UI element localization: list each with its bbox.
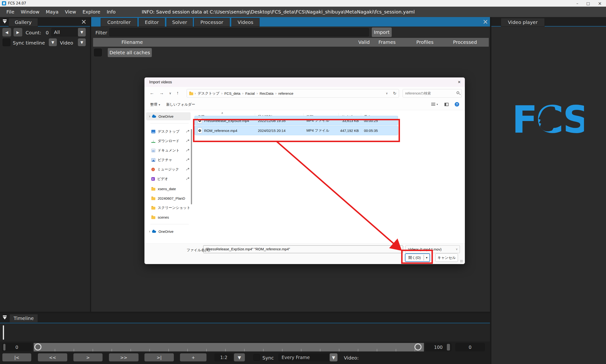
- menu-item-window[interactable]: Window: [21, 9, 39, 15]
- gallery-filter-dropdown-icon[interactable]: ▼: [78, 28, 86, 37]
- pictures-icon: [151, 158, 155, 162]
- panel-divider[interactable]: [490, 17, 491, 364]
- delete-all-caches-button[interactable]: Delete all caches: [108, 48, 152, 57]
- tab-solver[interactable]: Solver: [167, 18, 193, 26]
- gallery-next-button[interactable]: ▶: [13, 28, 22, 37]
- import-button[interactable]: Import: [372, 27, 392, 37]
- sidebar-folder-item[interactable]: 20240607_PlanD: [146, 194, 191, 202]
- sync-mode-select[interactable]: Every Frame: [278, 353, 330, 361]
- step-back-button[interactable]: <<: [38, 353, 67, 361]
- filename-field[interactable]: ∨: [203, 245, 403, 253]
- sidebar-folder-item[interactable]: scenes: [146, 213, 191, 221]
- file-type-select[interactable]: Videos (*.mp4;*.mov) ∨: [405, 245, 460, 253]
- sidebar-item[interactable]: ↓ダウンロード: [146, 137, 191, 145]
- timeline-end-field[interactable]: 100: [425, 343, 451, 351]
- chevron-right-icon[interactable]: ›: [149, 229, 150, 234]
- breadcrumb-segment[interactable]: デスクトップ: [198, 91, 219, 96]
- add-button[interactable]: +: [180, 353, 206, 361]
- file-row[interactable]: PressRelease_ExpSize.mp42022/12/08 19:35…: [195, 116, 398, 125]
- sidebar-item[interactable]: デスクトップ: [146, 127, 191, 135]
- tab-gallery[interactable]: Gallery: [9, 18, 38, 26]
- menu-item-maya[interactable]: Maya: [46, 9, 59, 15]
- sidebar-item[interactable]: ▶ビデオ: [146, 175, 191, 183]
- pin-icon: [187, 177, 189, 180]
- chevron-right-icon[interactable]: ›: [149, 114, 150, 118]
- menu-item-file[interactable]: File: [6, 9, 14, 15]
- sidebar-scrollbar[interactable]: [191, 129, 192, 204]
- delete-caches-checkbox[interactable]: [94, 49, 102, 56]
- menu-item-view[interactable]: View: [65, 9, 76, 15]
- range-start-handle[interactable]: [34, 343, 41, 351]
- resize-grip[interactable]: [460, 260, 463, 263]
- nav-back-icon[interactable]: ←: [150, 91, 154, 96]
- panel-divider[interactable]: [90, 17, 91, 312]
- preview-pane-icon[interactable]: [444, 103, 449, 106]
- close-button[interactable]: ×: [598, 1, 602, 6]
- help-icon[interactable]: ?: [455, 102, 459, 106]
- sidebar-item-onedrive-bottom[interactable]: ›OneDrive: [146, 227, 191, 235]
- gallery-filter-select[interactable]: All: [52, 28, 78, 37]
- timeline-current-field[interactable]: 0: [455, 343, 485, 351]
- open-dropdown-icon[interactable]: ▼: [424, 256, 430, 259]
- sidebar-item-onedrive[interactable]: ›OneDrive: [146, 112, 191, 120]
- timeline-start-field[interactable]: 0: [2, 343, 32, 351]
- step-select[interactable]: 1:2: [214, 353, 233, 361]
- go-end-button[interactable]: >|: [144, 353, 174, 361]
- sidebar-folder-item[interactable]: スクリーンショット: [146, 204, 191, 212]
- nav-recent-icon[interactable]: ∨: [169, 91, 171, 95]
- breadcrumb-dropdown-icon[interactable]: ∨: [386, 92, 388, 95]
- menu-item-info[interactable]: Info: [107, 9, 116, 15]
- nav-forward-icon[interactable]: →: [159, 91, 164, 96]
- sync-checkbox[interactable]: [253, 354, 260, 361]
- videos-close-icon[interactable]: ×: [483, 18, 488, 25]
- gallery-prev-button[interactable]: ◀: [2, 28, 11, 37]
- timeline-track[interactable]: [0, 324, 490, 341]
- file-row[interactable]: ROM_reference.mp42024/02/15 20:14MP4 ファイ…: [195, 126, 398, 135]
- cancel-button[interactable]: キャンセル: [435, 253, 458, 262]
- sync-mode-dropdown-icon[interactable]: ▼: [330, 353, 337, 361]
- tab-editor[interactable]: Editor: [139, 18, 165, 26]
- open-button[interactable]: 開く(O) ▼: [405, 253, 430, 262]
- filename-dropdown-icon[interactable]: ∨: [399, 247, 401, 251]
- minimize-button[interactable]: –: [576, 1, 578, 6]
- sidebar-folder-item[interactable]: xsens_date: [146, 185, 191, 193]
- breadcrumb[interactable]: ›デスクトップ›FCS_deta›Facial›RecData›referenc…: [187, 89, 399, 98]
- search-input[interactable]: [405, 89, 452, 97]
- breadcrumb-segment[interactable]: FCS_deta: [224, 91, 240, 95]
- breadcrumb-segment[interactable]: Facial: [245, 91, 255, 95]
- go-start-button[interactable]: |<: [2, 353, 31, 361]
- tab-timeline[interactable]: Timeline: [10, 314, 38, 323]
- menu-item-explore[interactable]: Explore: [82, 9, 100, 15]
- nav-up-icon[interactable]: ↑: [177, 91, 179, 96]
- timeline-panel-menu-icon[interactable]: [2, 315, 8, 320]
- tab-videos[interactable]: Videos: [231, 18, 259, 26]
- filename-input[interactable]: [206, 246, 397, 252]
- tab-video-player[interactable]: Video player: [501, 18, 545, 26]
- tab-processor[interactable]: Processor: [194, 18, 230, 26]
- range-end-handle[interactable]: [414, 343, 422, 351]
- timeline-playhead[interactable]: [3, 325, 4, 340]
- play-button[interactable]: >: [73, 353, 103, 361]
- breadcrumb-segment[interactable]: RecData: [259, 91, 273, 95]
- step-forward-button[interactable]: >>: [109, 353, 139, 361]
- sidebar-item[interactable]: ドキュメント: [146, 146, 191, 155]
- sidebar-item[interactable]: ♪ミュージック: [146, 165, 191, 173]
- sync-timeline-checkbox[interactable]: [3, 38, 10, 46]
- tab-controller[interactable]: Controller: [101, 18, 137, 26]
- refresh-icon[interactable]: ↻: [393, 91, 396, 96]
- breadcrumb-segment[interactable]: reference: [278, 91, 293, 95]
- sync-timeline-dropdown-icon[interactable]: ▼: [49, 38, 57, 46]
- organize-menu[interactable]: 整理 ▼: [150, 102, 161, 107]
- new-folder-button[interactable]: 新しいフォルダー: [166, 102, 195, 107]
- gallery-panel-menu-icon[interactable]: [2, 19, 8, 24]
- step-dropdown-icon[interactable]: ▼: [234, 353, 245, 361]
- maximize-button[interactable]: □: [586, 1, 590, 6]
- video-mode-dropdown-icon[interactable]: ▼: [78, 38, 86, 46]
- filter-input[interactable]: [109, 28, 369, 37]
- timeline-range-slider[interactable]: [34, 343, 424, 351]
- view-mode-button[interactable]: ▼: [431, 103, 438, 106]
- sidebar-item[interactable]: ピクチャ: [146, 156, 191, 164]
- search-box[interactable]: [403, 89, 462, 98]
- gallery-close-icon[interactable]: ×: [81, 18, 86, 25]
- dialog-close-icon[interactable]: ×: [458, 79, 461, 85]
